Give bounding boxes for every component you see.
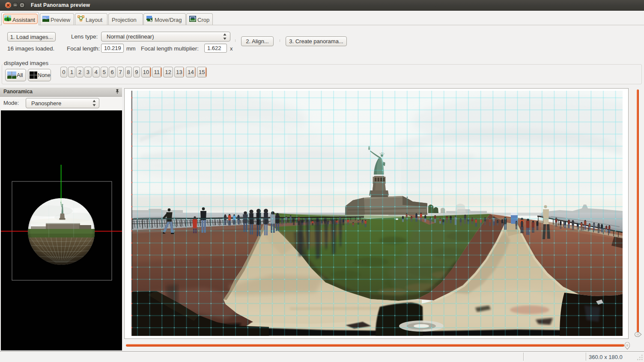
svg-text:GL: GL (43, 17, 47, 19)
